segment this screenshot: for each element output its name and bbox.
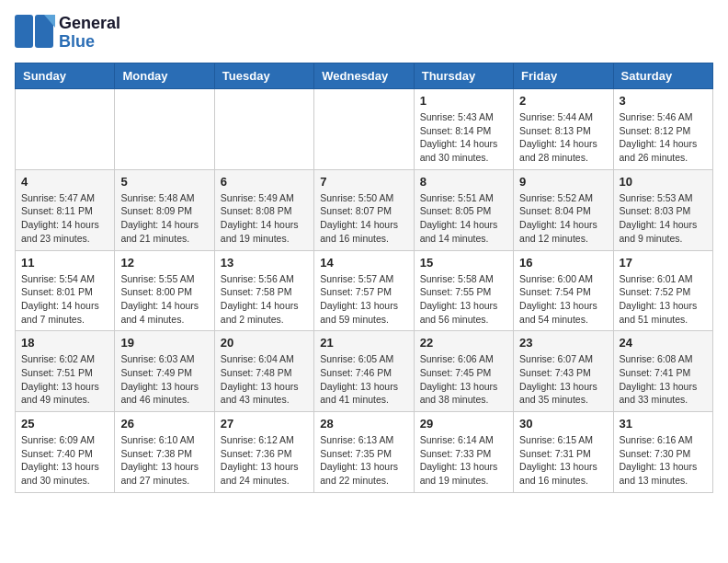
weekday-header-row: SundayMondayTuesdayWednesdayThursdayFrid… — [16, 63, 713, 89]
day-info: Sunrise: 5:56 AM Sunset: 7:58 PM Dayligh… — [221, 272, 308, 327]
day-info: Sunrise: 6:12 AM Sunset: 7:36 PM Dayligh… — [221, 433, 308, 488]
day-info: Sunrise: 6:08 AM Sunset: 7:41 PM Dayligh… — [620, 352, 707, 407]
calendar-cell: 5Sunrise: 5:48 AM Sunset: 8:09 PM Daylig… — [115, 169, 214, 250]
calendar-cell — [314, 89, 414, 170]
logo: GeneralBlue — [15, 15, 120, 52]
calendar-cell: 27Sunrise: 6:12 AM Sunset: 7:36 PM Dayli… — [214, 412, 313, 493]
svg-rect-0 — [15, 15, 33, 48]
weekday-header-tuesday: Tuesday — [214, 63, 313, 89]
day-info: Sunrise: 5:51 AM Sunset: 8:05 PM Dayligh… — [420, 191, 507, 246]
calendar-cell: 13Sunrise: 5:56 AM Sunset: 7:58 PM Dayli… — [214, 250, 313, 331]
day-info: Sunrise: 5:55 AM Sunset: 8:00 PM Dayligh… — [120, 272, 208, 327]
day-number: 11 — [21, 256, 108, 270]
day-number: 5 — [120, 175, 208, 189]
calendar-week-row: 4Sunrise: 5:47 AM Sunset: 8:11 PM Daylig… — [16, 169, 713, 250]
day-number: 2 — [519, 94, 607, 108]
day-number: 29 — [420, 417, 507, 431]
calendar-cell: 9Sunrise: 5:52 AM Sunset: 8:04 PM Daylig… — [514, 169, 613, 250]
day-number: 13 — [221, 256, 308, 270]
day-number: 7 — [320, 175, 407, 189]
day-info: Sunrise: 6:07 AM Sunset: 7:43 PM Dayligh… — [519, 352, 607, 407]
calendar-cell: 2Sunrise: 5:44 AM Sunset: 8:13 PM Daylig… — [514, 89, 613, 170]
day-info: Sunrise: 6:02 AM Sunset: 7:51 PM Dayligh… — [21, 352, 108, 407]
calendar-cell: 29Sunrise: 6:14 AM Sunset: 7:33 PM Dayli… — [414, 412, 513, 493]
weekday-header-friday: Friday — [514, 63, 613, 89]
day-number: 25 — [21, 417, 108, 431]
day-number: 20 — [221, 336, 308, 350]
calendar-cell: 1Sunrise: 5:43 AM Sunset: 8:14 PM Daylig… — [414, 89, 513, 170]
weekday-header-wednesday: Wednesday — [314, 63, 414, 89]
calendar-cell: 20Sunrise: 6:04 AM Sunset: 7:48 PM Dayli… — [214, 331, 313, 412]
day-number: 31 — [620, 417, 707, 431]
weekday-header-saturday: Saturday — [613, 63, 712, 89]
day-info: Sunrise: 5:57 AM Sunset: 7:57 PM Dayligh… — [320, 272, 407, 327]
day-number: 28 — [320, 417, 407, 431]
day-info: Sunrise: 6:09 AM Sunset: 7:40 PM Dayligh… — [21, 433, 108, 488]
calendar-cell: 17Sunrise: 6:01 AM Sunset: 7:52 PM Dayli… — [613, 250, 712, 331]
day-info: Sunrise: 6:03 AM Sunset: 7:49 PM Dayligh… — [120, 352, 208, 407]
day-info: Sunrise: 6:15 AM Sunset: 7:31 PM Dayligh… — [519, 433, 607, 488]
day-info: Sunrise: 5:48 AM Sunset: 8:09 PM Dayligh… — [120, 191, 208, 246]
day-number: 6 — [221, 175, 308, 189]
day-number: 10 — [620, 175, 707, 189]
day-number: 19 — [120, 336, 208, 350]
weekday-header-thursday: Thursday — [414, 63, 513, 89]
day-info: Sunrise: 5:47 AM Sunset: 8:11 PM Dayligh… — [21, 191, 108, 246]
day-number: 12 — [120, 256, 208, 270]
day-number: 1 — [420, 94, 507, 108]
day-info: Sunrise: 6:14 AM Sunset: 7:33 PM Dayligh… — [420, 433, 507, 488]
day-number: 8 — [420, 175, 507, 189]
calendar-cell: 21Sunrise: 6:05 AM Sunset: 7:46 PM Dayli… — [314, 331, 414, 412]
calendar-cell: 10Sunrise: 5:53 AM Sunset: 8:03 PM Dayli… — [613, 169, 712, 250]
day-number: 21 — [320, 336, 407, 350]
day-info: Sunrise: 6:06 AM Sunset: 7:45 PM Dayligh… — [420, 352, 507, 407]
day-number: 15 — [420, 256, 507, 270]
calendar-cell: 22Sunrise: 6:06 AM Sunset: 7:45 PM Dayli… — [414, 331, 513, 412]
day-info: Sunrise: 6:04 AM Sunset: 7:48 PM Dayligh… — [221, 352, 308, 407]
day-number: 22 — [420, 336, 507, 350]
calendar: SundayMondayTuesdayWednesdayThursdayFrid… — [15, 63, 713, 493]
calendar-cell: 24Sunrise: 6:08 AM Sunset: 7:41 PM Dayli… — [613, 331, 712, 412]
header: GeneralBlue — [15, 15, 713, 52]
day-number: 3 — [620, 94, 707, 108]
weekday-header-monday: Monday — [115, 63, 214, 89]
logo-name: GeneralBlue — [59, 15, 120, 52]
day-info: Sunrise: 6:10 AM Sunset: 7:38 PM Dayligh… — [120, 433, 208, 488]
calendar-cell — [115, 89, 214, 170]
calendar-cell: 25Sunrise: 6:09 AM Sunset: 7:40 PM Dayli… — [16, 412, 115, 493]
calendar-week-row: 11Sunrise: 5:54 AM Sunset: 8:01 PM Dayli… — [16, 250, 713, 331]
calendar-cell: 19Sunrise: 6:03 AM Sunset: 7:49 PM Dayli… — [115, 331, 214, 412]
day-info: Sunrise: 6:16 AM Sunset: 7:30 PM Dayligh… — [620, 433, 707, 488]
calendar-cell: 4Sunrise: 5:47 AM Sunset: 8:11 PM Daylig… — [16, 169, 115, 250]
day-info: Sunrise: 6:13 AM Sunset: 7:35 PM Dayligh… — [320, 433, 407, 488]
calendar-cell: 23Sunrise: 6:07 AM Sunset: 7:43 PM Dayli… — [514, 331, 613, 412]
weekday-header-sunday: Sunday — [16, 63, 115, 89]
day-number: 17 — [620, 256, 707, 270]
day-info: Sunrise: 6:01 AM Sunset: 7:52 PM Dayligh… — [620, 272, 707, 327]
day-info: Sunrise: 5:49 AM Sunset: 8:08 PM Dayligh… — [221, 191, 308, 246]
day-info: Sunrise: 6:00 AM Sunset: 7:54 PM Dayligh… — [519, 272, 607, 327]
calendar-week-row: 25Sunrise: 6:09 AM Sunset: 7:40 PM Dayli… — [16, 412, 713, 493]
calendar-cell: 3Sunrise: 5:46 AM Sunset: 8:12 PM Daylig… — [613, 89, 712, 170]
calendar-cell: 6Sunrise: 5:49 AM Sunset: 8:08 PM Daylig… — [214, 169, 313, 250]
calendar-cell: 12Sunrise: 5:55 AM Sunset: 8:00 PM Dayli… — [115, 250, 214, 331]
calendar-cell — [214, 89, 313, 170]
day-info: Sunrise: 5:53 AM Sunset: 8:03 PM Dayligh… — [620, 191, 707, 246]
day-info: Sunrise: 5:50 AM Sunset: 8:07 PM Dayligh… — [320, 191, 407, 246]
day-number: 16 — [519, 256, 607, 270]
calendar-cell: 15Sunrise: 5:58 AM Sunset: 7:55 PM Dayli… — [414, 250, 513, 331]
day-number: 18 — [21, 336, 108, 350]
day-number: 4 — [21, 175, 108, 189]
calendar-cell: 26Sunrise: 6:10 AM Sunset: 7:38 PM Dayli… — [115, 412, 214, 493]
calendar-week-row: 18Sunrise: 6:02 AM Sunset: 7:51 PM Dayli… — [16, 331, 713, 412]
calendar-cell: 7Sunrise: 5:50 AM Sunset: 8:07 PM Daylig… — [314, 169, 414, 250]
calendar-cell — [16, 89, 115, 170]
day-info: Sunrise: 5:43 AM Sunset: 8:14 PM Dayligh… — [420, 110, 507, 165]
calendar-cell: 16Sunrise: 6:00 AM Sunset: 7:54 PM Dayli… — [514, 250, 613, 331]
calendar-cell: 8Sunrise: 5:51 AM Sunset: 8:05 PM Daylig… — [414, 169, 513, 250]
day-info: Sunrise: 5:58 AM Sunset: 7:55 PM Dayligh… — [420, 272, 507, 327]
day-number: 9 — [519, 175, 607, 189]
calendar-cell: 18Sunrise: 6:02 AM Sunset: 7:51 PM Dayli… — [16, 331, 115, 412]
day-number: 27 — [221, 417, 308, 431]
calendar-cell: 11Sunrise: 5:54 AM Sunset: 8:01 PM Dayli… — [16, 250, 115, 331]
